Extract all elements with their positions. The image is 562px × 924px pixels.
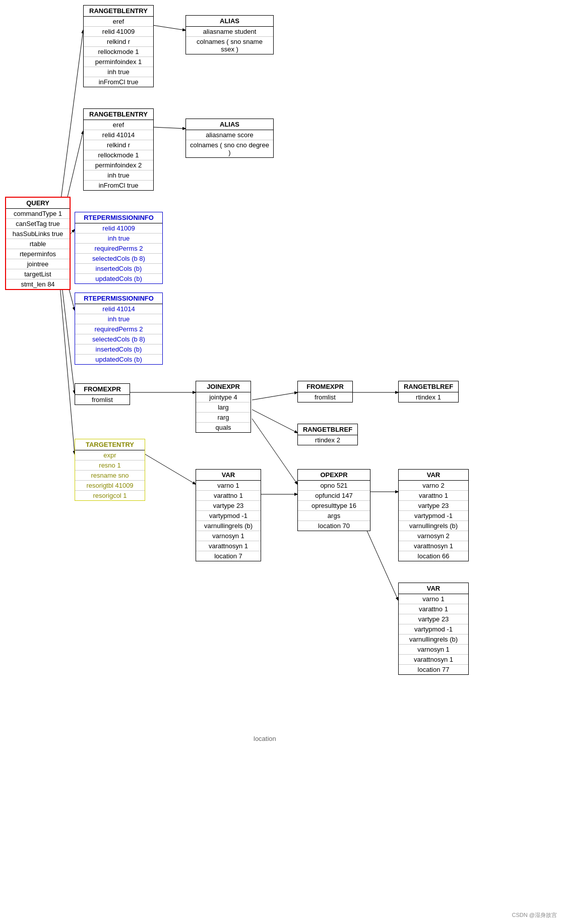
fromexpr1-node: FROMEXPR fromlist [75,383,130,405]
query-row-1: canSetTag true [6,219,70,229]
query-row-0: commandType 1 [6,209,70,219]
rangetblentry2-node: RANGETBLENTRY eref relid 41014 relkind r… [83,108,154,191]
location-70: location 70 [298,521,370,531]
alias1-node: ALIAS aliasname student colnames ( sno s… [185,15,274,54]
svg-line-9 [252,392,297,400]
query-row-7: stmt_len 84 [6,279,70,289]
opexpr-node: OPEXPR opno 521 opfuncid 147 opresulttyp… [297,469,370,531]
fromexpr2-node: FROMEXPR fromlist [297,381,353,402]
rteperminfo2-title: RTEPERMISSIONINFO [75,293,162,304]
var3-node: VAR varno 1 varattno 1 vartype 23 vartyp… [398,583,469,675]
query-row-4: rteperminfos [6,249,70,259]
svg-line-7 [153,127,185,129]
svg-line-5 [58,262,75,454]
rangetblentry2-title: RANGETBLENTRY [84,109,153,120]
rangetblentry1-title: RANGETBLENTRY [84,6,153,17]
rangetblref2-node: RANGETBLREF rtindex 2 [297,424,358,445]
query-row-5: jointree [6,259,70,269]
alias2-title: ALIAS [186,119,273,130]
targetentry-node: TARGETENTRY expr resno 1 resname sno res… [75,439,145,501]
query-title: QUERY [6,198,70,209]
svg-line-0 [58,30,83,222]
query-row-3: rtable [6,239,70,249]
location-66: location 66 [399,551,468,561]
rteperminfo2-node: RTEPERMISSIONINFO relid 41014 inh true r… [75,293,163,365]
rteperminfo1-title: RTEPERMISSIONINFO [75,212,162,223]
var1-node: VAR varno 1 varattno 1 vartype 23 vartyp… [196,469,261,561]
svg-line-6 [153,25,185,30]
alias1-title: ALIAS [186,16,273,27]
svg-line-11 [252,410,297,433]
query-node: QUERY commandType 1 canSetTag true hasSu… [5,197,71,290]
query-row-6: targetList [6,269,70,279]
rangetblref1-node: RANGETBLREF rtindex 1 [398,381,459,402]
joinexpr-node: JOINEXPR jointype 4 larg rarg quals [196,381,251,433]
var2-node: VAR varno 2 varattno 1 vartype 23 vartyp… [398,469,469,561]
location-77: location 77 [399,665,468,674]
rteperminfo1-node: RTEPERMISSIONINFO relid 41009 inh true r… [75,212,163,284]
location-label: location [254,735,276,742]
rangetblentry1-node: RANGETBLENTRY eref relid 41009 relkind r… [83,5,154,87]
alias2-node: ALIAS aliasname score colnames ( sno cno… [185,119,274,158]
watermark: CSDN @湿身故宫 [512,911,557,919]
query-row-2: hasSubLinks true [6,229,70,239]
